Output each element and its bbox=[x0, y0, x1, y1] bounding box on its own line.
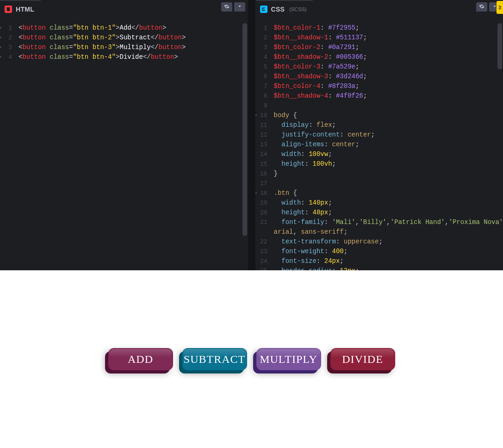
css-gutter: 1234567891011121314151617181920212223242… bbox=[255, 23, 270, 270]
gear-icon bbox=[479, 3, 484, 11]
html-gutter: 1234 bbox=[0, 23, 15, 270]
line-number: 11 bbox=[255, 120, 267, 130]
html-panel-tab[interactable]: HTML bbox=[0, 0, 41, 18]
line-number bbox=[255, 227, 267, 237]
code-line[interactable]: display: flex; bbox=[274, 120, 503, 130]
css-code-area[interactable]: 1234567891011121314151617181920212223242… bbox=[255, 18, 503, 270]
chevron-down-icon bbox=[237, 3, 242, 11]
code-line[interactable]: <button class="btn btn-3">Multiply</butt… bbox=[19, 43, 248, 52]
js-panel-collapsed[interactable]: JS bbox=[497, 1, 503, 14]
html-code-area[interactable]: 1234 <button class="btn btn-1">Add</butt… bbox=[0, 18, 248, 270]
line-number: 3 bbox=[0, 43, 12, 52]
code-line[interactable]: text-transform: uppercase; bbox=[274, 237, 503, 247]
preview-subtract-button[interactable]: Subtract bbox=[182, 348, 247, 370]
code-line[interactable]: height: 48px; bbox=[274, 208, 503, 218]
css-panel-subtitle: (SCSS) bbox=[289, 6, 306, 12]
line-number: 3 bbox=[255, 43, 267, 52]
code-line[interactable]: width: 140px; bbox=[274, 198, 503, 208]
html-scrollbar[interactable] bbox=[242, 23, 247, 236]
line-number: 16 bbox=[255, 169, 267, 179]
code-line[interactable]: align-items: center; bbox=[274, 140, 503, 149]
preview-divide-button[interactable]: Divide bbox=[330, 348, 395, 370]
html-code[interactable]: <button class="btn btn-1">Add</button><b… bbox=[15, 23, 248, 270]
line-number: 18 bbox=[255, 188, 267, 198]
line-number: 9 bbox=[255, 101, 267, 111]
css-code[interactable]: $btn_color-1: #7f2955;$btn__shadow-1: #5… bbox=[270, 23, 503, 270]
code-line[interactable]: justify-content: center; bbox=[274, 130, 503, 140]
line-number: 14 bbox=[255, 149, 267, 159]
css-panel: CSS (SCSS) 12345678910111213141516171819… bbox=[255, 0, 503, 270]
line-number: 2 bbox=[255, 33, 267, 43]
code-line[interactable]: $btn__shadow-2: #005366; bbox=[274, 52, 503, 62]
html-panel-header: HTML bbox=[0, 0, 248, 18]
code-line[interactable]: .btn { bbox=[274, 188, 503, 198]
code-line[interactable]: $btn__shadow-3: #3d246d; bbox=[274, 72, 503, 81]
code-line[interactable]: $btn__shadow-1: #511137; bbox=[274, 33, 503, 43]
code-line[interactable]: $btn_color-4: #8f203a; bbox=[274, 81, 503, 91]
code-line[interactable]: height: 100vh; bbox=[274, 159, 503, 169]
code-line[interactable]: $btn_color-3: #7a529e; bbox=[274, 62, 503, 72]
line-number: 12 bbox=[255, 130, 267, 140]
preview-multiply-button[interactable]: Multiply bbox=[256, 348, 321, 370]
line-number: 20 bbox=[255, 208, 267, 218]
line-number: 7 bbox=[255, 81, 267, 91]
code-line[interactable]: $btn_color-1: #7f2955; bbox=[274, 23, 503, 33]
settings-button[interactable] bbox=[221, 2, 232, 12]
html-panel: HTML 1234 <button class="btn btn-1">Add<… bbox=[0, 0, 248, 270]
html-icon bbox=[5, 6, 12, 13]
preview-add-button[interactable]: Add bbox=[108, 348, 173, 370]
preview-pane: Add Subtract Multiply Divide bbox=[0, 270, 503, 448]
line-number: 19 bbox=[255, 198, 267, 208]
line-number: 25 bbox=[255, 266, 267, 270]
line-number: 22 bbox=[255, 237, 267, 247]
line-number: 17 bbox=[255, 179, 267, 188]
preview-button-row: Add Subtract Multiply Divide bbox=[108, 348, 395, 370]
code-line[interactable]: <button class="btn btn-4">Divide</button… bbox=[19, 52, 248, 62]
line-number: 4 bbox=[0, 52, 12, 62]
line-number: 21 bbox=[255, 218, 267, 227]
line-number: 1 bbox=[255, 23, 267, 33]
code-line[interactable] bbox=[274, 179, 503, 188]
code-line[interactable] bbox=[274, 101, 503, 111]
code-line[interactable]: arial, sans-seriff; bbox=[274, 227, 503, 237]
dropdown-button[interactable] bbox=[234, 2, 245, 12]
css-scrollbar[interactable] bbox=[497, 23, 502, 69]
code-line[interactable]: <button class="btn btn-2">Subtract</butt… bbox=[19, 33, 248, 43]
code-line[interactable]: body { bbox=[274, 111, 503, 120]
html-panel-title: HTML bbox=[16, 6, 34, 13]
line-number: 24 bbox=[255, 256, 267, 266]
code-line[interactable]: font-family: 'Mali','Billy','Patrick Han… bbox=[274, 218, 503, 227]
code-line[interactable]: font-weight: 400; bbox=[274, 247, 503, 256]
settings-button[interactable] bbox=[476, 2, 487, 12]
line-number: 6 bbox=[255, 72, 267, 81]
editors-row: HTML 1234 <button class="btn btn-1">Add<… bbox=[0, 0, 503, 270]
code-line[interactable]: <button class="btn btn-1">Add</button> bbox=[19, 23, 248, 33]
code-line[interactable]: } bbox=[274, 169, 503, 179]
code-line[interactable]: font-size: 24px; bbox=[274, 256, 503, 266]
css-panel-tab[interactable]: CSS (SCSS) bbox=[255, 0, 313, 18]
html-panel-actions bbox=[221, 2, 245, 12]
line-number: 8 bbox=[255, 91, 267, 101]
line-number: 1 bbox=[0, 23, 12, 33]
line-number: 2 bbox=[0, 33, 12, 43]
gear-icon bbox=[224, 3, 230, 11]
line-number: 13 bbox=[255, 140, 267, 149]
css-icon bbox=[260, 6, 267, 13]
code-line[interactable]: $btn__shadow-4: #4f0f26; bbox=[274, 91, 503, 101]
code-line[interactable]: width: 100vw; bbox=[274, 149, 503, 159]
code-line[interactable]: border-radius: 12px; bbox=[274, 266, 503, 270]
css-panel-header: CSS (SCSS) bbox=[255, 0, 503, 18]
line-number: 10 bbox=[255, 111, 267, 120]
line-number: 23 bbox=[255, 247, 267, 256]
line-number: 5 bbox=[255, 62, 267, 72]
line-number: 4 bbox=[255, 52, 267, 62]
line-number: 15 bbox=[255, 159, 267, 169]
css-panel-title: CSS bbox=[271, 6, 285, 13]
code-line[interactable]: $btn_color-2: #0a7291; bbox=[274, 43, 503, 52]
